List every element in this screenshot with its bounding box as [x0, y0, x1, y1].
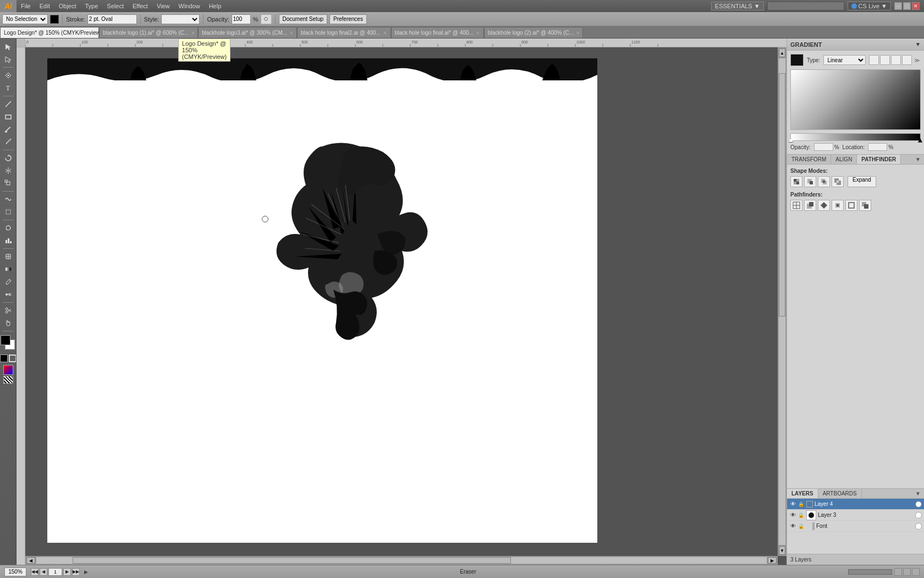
layer-3-lock[interactable]: 🔒	[797, 512, 805, 518]
menu-select[interactable]: Select	[102, 2, 128, 10]
layer-3-target[interactable]	[915, 512, 922, 519]
tool-rotate[interactable]	[2, 152, 15, 164]
tab-close-4[interactable]: ✕	[476, 30, 480, 36]
gradient-slider-bar[interactable]	[790, 133, 921, 141]
opacity-input[interactable]	[232, 14, 251, 24]
tool-pencil[interactable]	[2, 136, 15, 148]
shape-mode-intersect[interactable]	[818, 176, 830, 187]
layer-3-eye[interactable]: 👁	[789, 512, 797, 518]
shape-mode-subtract[interactable]	[804, 176, 816, 187]
tab-close-2[interactable]: ✕	[289, 30, 294, 36]
tab-layers[interactable]: LAYERS	[787, 489, 818, 498]
minimize-button[interactable]: ─	[894, 2, 902, 10]
search-input[interactable]	[767, 2, 844, 10]
tool-reflect[interactable]	[2, 165, 15, 177]
gradient-more-btn[interactable]: ≫	[913, 55, 921, 65]
gradient-reverse-btn[interactable]	[869, 55, 879, 65]
tool-paintbrush[interactable]	[2, 123, 15, 135]
tool-warp[interactable]	[2, 193, 15, 205]
tab-blackhole-1[interactable]: blackhole logo (1).ai* @ 600% (C... ✕	[99, 27, 198, 38]
layer-font-target[interactable]	[915, 523, 922, 530]
layer-row-font[interactable]: 👁 🔒 Font	[787, 521, 924, 532]
layer-font-eye[interactable]: 👁	[789, 523, 797, 529]
tool-eyedropper[interactable]	[2, 276, 15, 288]
pathfinder-divide[interactable]	[790, 200, 802, 211]
gradient-angle-btn[interactable]	[891, 55, 901, 65]
menu-object[interactable]: Object	[54, 2, 81, 10]
tab-pathfinder[interactable]: PATHFINDER	[857, 155, 901, 164]
tab-blackhole-3[interactable]: blackhole logo3.ai* @ 300% (CM... ✕	[198, 27, 297, 38]
location-value[interactable]	[868, 143, 887, 151]
menu-type[interactable]: Type	[81, 2, 103, 10]
style-dropdown[interactable]	[161, 14, 200, 24]
gradient-panel-collapse[interactable]: ▼	[915, 41, 921, 47]
shape-mode-add[interactable]	[790, 176, 802, 187]
fill-icon[interactable]	[0, 355, 8, 362]
pathfinder-outline[interactable]	[845, 200, 857, 211]
first-page-btn[interactable]: ◀◀	[31, 568, 38, 576]
status-icon-2[interactable]	[903, 568, 911, 576]
tab-close-1[interactable]: ✕	[191, 30, 195, 36]
essentials-button[interactable]: ESSENTIALS ▼	[711, 2, 764, 10]
tool-symbol-sprayer[interactable]	[2, 222, 15, 234]
maximize-button[interactable]: □	[903, 2, 911, 10]
scroll-down-btn[interactable]: ▼	[779, 546, 785, 555]
stroke-input[interactable]	[87, 14, 137, 24]
tab-close-3[interactable]: ✕	[383, 30, 387, 36]
foreground-color[interactable]	[1, 335, 10, 345]
tool-free-transform[interactable]	[2, 206, 15, 218]
v-scroll-thumb[interactable]	[779, 73, 785, 317]
gradient-arrow-btn[interactable]	[880, 55, 890, 65]
pathfinder-minus-back[interactable]	[859, 200, 871, 211]
tool-mesh[interactable]	[2, 250, 15, 263]
tool-scale[interactable]	[2, 177, 15, 189]
gradient-stop-right[interactable]	[918, 138, 922, 143]
h-scroll-thumb[interactable]	[73, 557, 511, 564]
cs-live-button[interactable]: CS Live ▼	[848, 2, 891, 10]
tab-align[interactable]: ALIGN	[831, 155, 857, 164]
gradient-swatch[interactable]	[3, 365, 13, 375]
gradient-stop-left[interactable]	[789, 138, 793, 143]
pathfinder-crop[interactable]	[832, 200, 844, 211]
tool-type[interactable]: T	[2, 82, 15, 94]
menu-edit[interactable]: Edit	[35, 2, 54, 10]
status-icon-1[interactable]	[894, 568, 902, 576]
page-number-input[interactable]	[48, 568, 62, 576]
close-button[interactable]: ✕	[912, 2, 920, 10]
tool-gradient[interactable]	[2, 263, 15, 275]
tab-blackhole-2[interactable]: blackhole logo (2).ai* @ 400% (C... ✕	[484, 27, 583, 38]
document-setup-button[interactable]: Document Setup	[279, 14, 328, 24]
scroll-right-btn[interactable]: ▶	[768, 557, 777, 564]
gradient-type-select[interactable]: Linear Radial	[823, 55, 866, 65]
tool-hand[interactable]	[2, 317, 15, 329]
tool-scissors[interactable]	[2, 304, 15, 317]
menu-effect[interactable]: Effect	[128, 2, 152, 10]
opacity-value-g[interactable]	[814, 143, 833, 151]
next-page-btn[interactable]: ▶	[63, 568, 71, 576]
menu-window[interactable]: Window	[174, 2, 205, 10]
tab-black-hole-final2[interactable]: black hole logo final2.ai @ 400... ✕	[297, 27, 391, 38]
scroll-up-btn[interactable]: ▲	[779, 48, 785, 57]
expand-button[interactable]: Expand	[848, 176, 876, 187]
none-swatch[interactable]	[3, 376, 13, 384]
zoom-input[interactable]	[4, 568, 26, 576]
canvas-workspace[interactable]	[25, 47, 787, 565]
layer-4-lock[interactable]: 🔒	[797, 501, 805, 507]
menu-file[interactable]: File	[16, 2, 35, 10]
gradient-flip-btn[interactable]	[902, 55, 912, 65]
gradient-preview-expand[interactable]: ⊞	[914, 71, 919, 77]
layer-4-eye[interactable]: 👁	[789, 501, 797, 507]
pathfinder-trim[interactable]	[804, 200, 816, 211]
shape-mode-exclude[interactable]	[832, 176, 844, 187]
tool-direct-selection[interactable]	[2, 53, 15, 66]
tool-selection[interactable]	[2, 41, 15, 53]
menu-view[interactable]: View	[152, 2, 174, 10]
last-page-btn[interactable]: ▶▶	[72, 568, 80, 576]
status-icon-3[interactable]	[912, 568, 920, 576]
pathfinder-merge[interactable]	[818, 200, 830, 211]
tool-pen[interactable]	[2, 69, 15, 81]
selection-dropdown[interactable]: No Selection	[2, 14, 48, 24]
preferences-button[interactable]: Preferences	[329, 14, 367, 24]
layer-row-4[interactable]: 👁 🔒 Layer 4	[787, 499, 924, 510]
menu-help[interactable]: Help	[205, 2, 226, 10]
